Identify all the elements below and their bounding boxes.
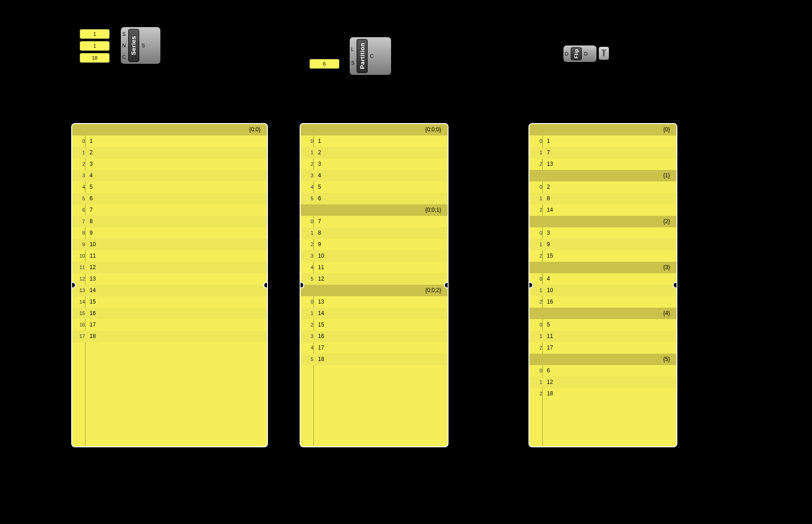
tree-item: 01 xyxy=(529,135,676,147)
tree-item: 1011 xyxy=(72,250,267,262)
canvas[interactable]: 1 1 18 S N C Series S 6 L S Partition C … xyxy=(0,0,812,524)
series-core: Series xyxy=(128,29,139,62)
item-index: 0 xyxy=(529,181,544,193)
item-index: 5 xyxy=(72,193,87,204)
item-value: 14 xyxy=(87,285,96,296)
item-value: 6 xyxy=(87,193,93,204)
item-value: 17 xyxy=(544,342,553,354)
item-index: 1 xyxy=(301,147,315,158)
tree-item: 23 xyxy=(72,158,267,170)
item-index: 3 xyxy=(301,170,315,181)
tree-item: 910 xyxy=(72,239,267,250)
item-index: 2 xyxy=(529,342,544,354)
item-index: 3 xyxy=(72,170,87,181)
item-value: 16 xyxy=(544,296,553,308)
panel-body: {0;0}01122334455667788991010111112121313… xyxy=(72,124,267,446)
item-index: 2 xyxy=(529,388,544,400)
item-index: 4 xyxy=(301,342,315,354)
tree-item: 214 xyxy=(529,204,676,216)
panel-output-grip[interactable] xyxy=(444,282,449,288)
tree-path: {0} xyxy=(529,124,676,135)
item-value: 17 xyxy=(87,319,96,331)
tree-item: 111 xyxy=(529,331,676,342)
port-label: D xyxy=(565,51,568,57)
tree-item: 1617 xyxy=(72,319,267,331)
flip-inputs: D xyxy=(563,45,570,62)
flatten-button[interactable] xyxy=(598,46,609,60)
item-value: 18 xyxy=(87,331,96,342)
param-series-count[interactable]: 18 xyxy=(79,52,110,63)
panel-series-output[interactable]: {0;0}01122334455667788991010111112121313… xyxy=(71,123,268,447)
tree-item: 02 xyxy=(529,181,676,193)
item-index: 0 xyxy=(529,227,544,239)
tree-item: 110 xyxy=(529,285,676,296)
panel-flip-output[interactable]: {0}0117213{1}0218214{2}0319215{3}0411021… xyxy=(528,123,677,447)
item-value: 7 xyxy=(87,204,93,216)
component-partition[interactable]: L S Partition C xyxy=(349,37,392,75)
item-index: 2 xyxy=(529,296,544,308)
param-series-start[interactable]: 1 xyxy=(79,28,110,39)
item-value: 13 xyxy=(87,273,96,285)
panel-output-grip[interactable] xyxy=(263,282,268,288)
item-index: 9 xyxy=(72,239,87,250)
item-value: 16 xyxy=(87,308,96,319)
flip-core: Flip xyxy=(571,47,582,60)
item-index: 7 xyxy=(72,216,87,227)
partition-outputs: C xyxy=(369,37,375,75)
tree-item: 417 xyxy=(301,342,448,354)
item-value: 4 xyxy=(544,273,550,285)
item-value: 3 xyxy=(544,227,550,239)
item-index: 3 xyxy=(301,331,315,342)
item-value: 2 xyxy=(87,147,93,158)
item-index: 11 xyxy=(72,262,87,273)
series-inputs: S N C xyxy=(121,27,127,64)
tree-item: 45 xyxy=(301,181,448,193)
series-label: Series xyxy=(130,36,137,55)
tree-path: {4} xyxy=(529,308,676,319)
item-index: 0 xyxy=(72,135,87,147)
tree-item: 18 xyxy=(301,227,448,239)
item-index: 1 xyxy=(301,227,315,239)
item-value: 15 xyxy=(87,296,96,308)
tree-item: 06 xyxy=(529,365,676,377)
panel-partition-output[interactable]: {0;0;0}011223344556{0;0;1}07182931041151… xyxy=(300,123,449,447)
tree-item: 05 xyxy=(529,319,676,331)
item-index: 2 xyxy=(301,319,315,331)
item-index: 2 xyxy=(529,250,544,262)
tree-item: 518 xyxy=(301,354,448,365)
param-partition-size[interactable]: 6 xyxy=(309,58,340,69)
item-index: 0 xyxy=(301,216,315,227)
component-series[interactable]: S N C Series S xyxy=(120,27,161,64)
tree-item: 34 xyxy=(72,170,267,181)
item-index: 2 xyxy=(301,239,315,250)
tree-path: {3} xyxy=(529,262,676,273)
item-index: 2 xyxy=(529,158,544,170)
item-value: 1 xyxy=(544,135,550,147)
item-index: 2 xyxy=(72,158,87,170)
item-index: 0 xyxy=(301,296,315,308)
item-value: 11 xyxy=(87,250,96,262)
item-value: 18 xyxy=(315,354,324,365)
tree-path: {1} xyxy=(529,170,676,181)
item-index: 1 xyxy=(529,331,544,342)
item-value: 2 xyxy=(315,147,321,158)
item-value: 10 xyxy=(315,250,324,262)
item-index: 0 xyxy=(529,365,544,377)
item-index: 1 xyxy=(529,193,544,204)
component-flip[interactable]: D Flip D xyxy=(563,45,597,62)
tree-item: 01 xyxy=(72,135,267,147)
item-index: 0 xyxy=(529,135,544,147)
panel-output-grip[interactable] xyxy=(673,282,677,288)
item-value: 12 xyxy=(87,262,96,273)
item-value: 8 xyxy=(544,193,550,204)
tree-item: 112 xyxy=(529,377,676,388)
item-index: 2 xyxy=(529,204,544,216)
series-outputs: S xyxy=(140,27,146,64)
item-index: 0 xyxy=(301,135,315,147)
item-index: 3 xyxy=(301,250,315,262)
item-value: 3 xyxy=(87,158,93,170)
param-series-step[interactable]: 1 xyxy=(79,40,110,51)
item-value: 11 xyxy=(315,262,324,273)
item-value: 9 xyxy=(315,239,321,250)
item-index: 4 xyxy=(301,262,315,273)
